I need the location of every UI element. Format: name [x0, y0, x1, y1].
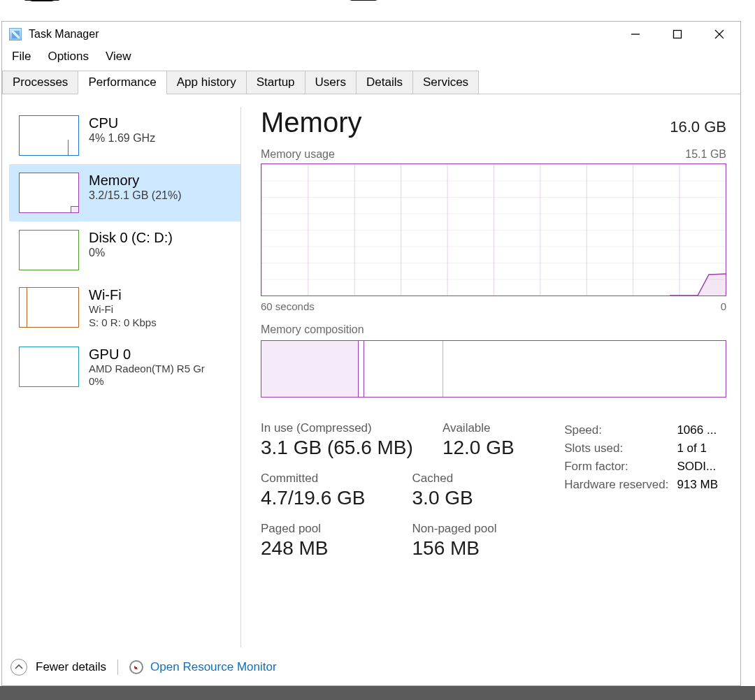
- chevron-up-icon[interactable]: [10, 659, 27, 676]
- memory-composition-chart[interactable]: [261, 340, 726, 398]
- memory-total: 16.0 GB: [670, 118, 726, 136]
- sidebar-item-label: Disk 0 (C: D:): [89, 230, 173, 246]
- stat-committed-label: Committed: [261, 472, 383, 486]
- menu-file[interactable]: File: [12, 50, 31, 64]
- tab-details[interactable]: Details: [356, 71, 413, 94]
- memory-info-table: Speed: 1066 ... Slots used: 1 of 1 Form …: [564, 421, 726, 560]
- info-form-value: SODI...: [677, 458, 726, 476]
- info-slots-value: 1 of 1: [677, 439, 726, 458]
- open-resource-monitor-link[interactable]: Open Resource Monitor: [150, 660, 276, 674]
- cpu-thumbnail-icon: [19, 115, 79, 156]
- info-hw-value: 913 MB: [677, 476, 726, 494]
- minimize-button[interactable]: [614, 22, 656, 47]
- sidebar-item-gpu[interactable]: GPU 0 AMD Radeon(TM) R5 Gr 0%: [9, 338, 240, 398]
- usage-chart-max: 15.1 GB: [685, 148, 726, 161]
- stat-nonpaged-value: 156 MB: [412, 537, 515, 560]
- sidebar-item-wifi[interactable]: Wi-Fi Wi-Fi S: 0 R: 0 Kbps: [9, 279, 240, 338]
- stat-inuse-label: In use (Compressed): [261, 421, 413, 435]
- sidebar-item-sub: AMD Radeon(TM) R5 Gr: [89, 363, 205, 376]
- stat-paged-value: 248 MB: [261, 537, 383, 560]
- sidebar-item-sub: 3.2/15.1 GB (21%): [89, 189, 182, 203]
- footer: Fewer details Open Resource Monitor: [2, 652, 740, 685]
- tab-processes[interactable]: Processes: [2, 71, 78, 94]
- usage-chart-xleft: 60 seconds: [261, 300, 315, 312]
- sidebar: CPU 4% 1.69 GHz Memory 3.2/15.1 GB (21%)…: [9, 107, 241, 648]
- fewer-details-link[interactable]: Fewer details: [36, 660, 106, 674]
- sidebar-item-sub2: S: 0 R: 0 Kbps: [89, 316, 157, 330]
- memory-usage-chart[interactable]: [261, 163, 726, 296]
- tab-app-history[interactable]: App history: [166, 71, 247, 94]
- disk-thumbnail-icon: [19, 230, 79, 270]
- info-speed-value: 1066 ...: [677, 421, 726, 439]
- stat-available-value: 12.0 GB: [443, 437, 515, 459]
- sidebar-item-label: Wi-Fi: [89, 287, 157, 303]
- tab-startup[interactable]: Startup: [246, 71, 305, 94]
- sidebar-item-sub: Wi-Fi: [89, 303, 157, 316]
- task-manager-window: Task Manager File Options View Processes…: [1, 21, 741, 686]
- sidebar-item-label: GPU 0: [89, 347, 205, 363]
- stat-inuse-value: 3.1 GB (65.6 MB): [261, 437, 413, 459]
- sidebar-item-sub: 0%: [89, 246, 173, 260]
- gpu-thumbnail-icon: [19, 347, 79, 387]
- stat-available-label: Available: [443, 421, 515, 435]
- info-slots-label: Slots used:: [564, 439, 677, 458]
- stat-nonpaged-label: Non-paged pool: [412, 522, 515, 536]
- tab-performance[interactable]: Performance: [78, 71, 166, 94]
- close-button[interactable]: [698, 22, 740, 47]
- svg-rect-1: [674, 31, 682, 38]
- sidebar-item-disk[interactable]: Disk 0 (C: D:) 0%: [9, 221, 240, 279]
- memory-thumbnail-icon: [19, 173, 79, 213]
- info-form-label: Form factor:: [564, 458, 677, 476]
- task-manager-icon: [9, 28, 22, 41]
- sidebar-item-label: Memory: [89, 173, 182, 189]
- tabs: Processes Performance App history Startu…: [2, 71, 740, 94]
- tab-users[interactable]: Users: [305, 71, 357, 94]
- sidebar-item-sub: 4% 1.69 GHz: [89, 131, 155, 145]
- stat-cached-value: 3.0 GB: [412, 487, 515, 509]
- menubar: File Options View: [2, 47, 740, 71]
- maximize-button[interactable]: [656, 22, 698, 47]
- stat-paged-label: Paged pool: [261, 522, 383, 536]
- sidebar-item-memory[interactable]: Memory 3.2/15.1 GB (21%): [9, 164, 240, 221]
- stat-committed-value: 4.7/19.6 GB: [261, 487, 383, 509]
- resource-monitor-icon: [129, 660, 143, 674]
- window-title: Task Manager: [29, 28, 99, 41]
- stat-cached-label: Cached: [412, 472, 515, 486]
- menu-view[interactable]: View: [106, 50, 131, 64]
- menu-options[interactable]: Options: [48, 50, 89, 64]
- info-hw-label: Hardware reserved:: [564, 476, 677, 494]
- usage-chart-label: Memory usage: [261, 148, 335, 161]
- sidebar-item-label: CPU: [89, 115, 155, 131]
- usage-chart-xright: 0: [721, 300, 726, 312]
- tab-services[interactable]: Services: [412, 71, 479, 94]
- sidebar-item-cpu[interactable]: CPU 4% 1.69 GHz: [9, 107, 240, 164]
- page-title: Memory: [261, 107, 361, 138]
- wifi-thumbnail-icon: [19, 287, 79, 328]
- sidebar-item-sub2: 0%: [89, 375, 205, 388]
- titlebar[interactable]: Task Manager: [2, 22, 740, 47]
- composition-label: Memory composition: [261, 323, 726, 336]
- info-speed-label: Speed:: [564, 421, 677, 439]
- main-panel: Memory 16.0 GB Memory usage 15.1 GB 60 s…: [241, 107, 731, 648]
